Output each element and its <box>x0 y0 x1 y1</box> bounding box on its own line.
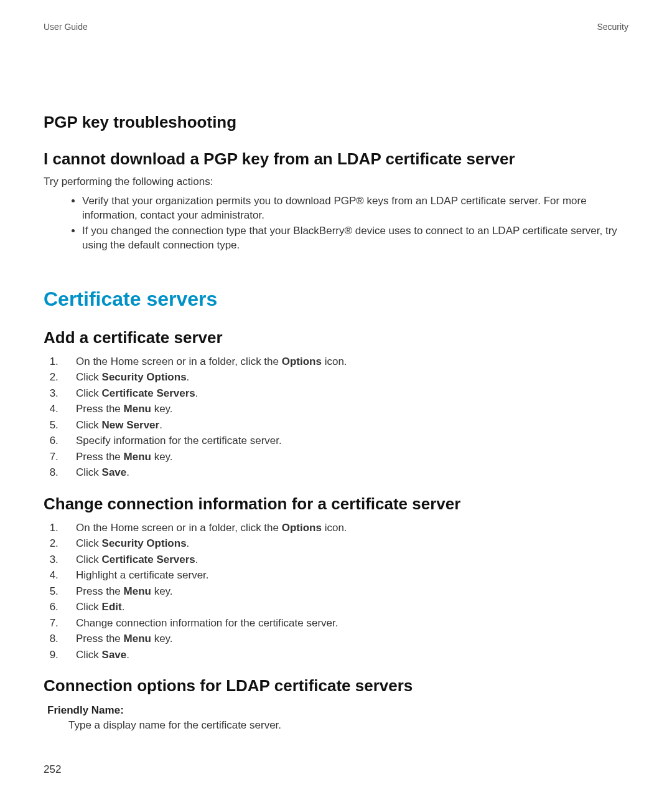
bullet-item: Verify that your organization permits yo… <box>82 194 628 223</box>
step-item: Click Save. <box>67 647 628 663</box>
step-bold-term: Options <box>282 356 322 367</box>
heading-cannot-download: I cannot download a PGP key from an LDAP… <box>44 149 628 169</box>
step-bold-term: Save <box>102 649 127 661</box>
step-bold-term: Menu <box>124 403 151 415</box>
step-bold-term: Certificate Servers <box>102 387 195 399</box>
step-bold-term: Menu <box>124 451 151 463</box>
bullet-item: If you changed the connection type that … <box>82 224 628 253</box>
step-item: Press the Menu key. <box>67 631 628 647</box>
troubleshoot-bullets: Verify that your organization permits yo… <box>44 194 628 253</box>
intro-text: Try performing the following actions: <box>44 175 628 189</box>
step-bold-term: Edit <box>102 601 122 613</box>
heading-certificate-servers: Certificate servers <box>44 288 628 311</box>
page-number: 252 <box>44 763 61 776</box>
step-item: Highlight a certificate server. <box>67 567 628 583</box>
step-item: Click Edit. <box>67 599 628 615</box>
step-bold-term: Menu <box>124 585 151 597</box>
heading-ldap-options: Connection options for LDAP certificate … <box>44 676 628 696</box>
page-header: User Guide Security <box>44 22 628 32</box>
step-bold-term: Security Options <box>102 371 187 383</box>
option-definition: Type a display name for the certificate … <box>68 719 628 732</box>
heading-change-connection: Change connection information for a cert… <box>44 494 628 514</box>
step-bold-term: Menu <box>124 633 151 644</box>
option-term: Friendly Name: <box>47 704 628 717</box>
step-item: On the Home screen or in a folder, click… <box>67 520 628 536</box>
step-bold-term: New Server <box>102 419 160 431</box>
step-item: Specify information for the certificate … <box>67 433 628 449</box>
step-item: Change connection information for the ce… <box>67 615 628 631</box>
page: User Guide Security PGP key troubleshoot… <box>0 0 672 807</box>
step-bold-term: Options <box>282 522 322 534</box>
heading-add-server: Add a certificate server <box>44 328 628 347</box>
heading-pgp-troubleshooting: PGP key troubleshooting <box>44 113 628 132</box>
step-item: On the Home screen or in a folder, click… <box>67 354 628 370</box>
add-server-steps: On the Home screen or in a folder, click… <box>44 354 628 481</box>
step-item: Click Security Options. <box>67 369 628 385</box>
header-right: Security <box>597 22 628 32</box>
change-connection-steps: On the Home screen or in a folder, click… <box>44 520 628 663</box>
step-item: Click Save. <box>67 465 628 481</box>
step-item: Press the Menu key. <box>67 401 628 417</box>
step-bold-term: Save <box>102 466 127 478</box>
step-bold-term: Security Options <box>102 537 187 549</box>
step-item: Press the Menu key. <box>67 583 628 600</box>
header-left: User Guide <box>44 22 88 32</box>
step-item: Press the Menu key. <box>67 449 628 465</box>
step-item: Click Security Options. <box>67 536 628 552</box>
step-item: Click Certificate Servers. <box>67 552 628 568</box>
step-item: Click New Server. <box>67 417 628 433</box>
step-bold-term: Certificate Servers <box>102 554 195 565</box>
step-item: Click Certificate Servers. <box>67 385 628 402</box>
